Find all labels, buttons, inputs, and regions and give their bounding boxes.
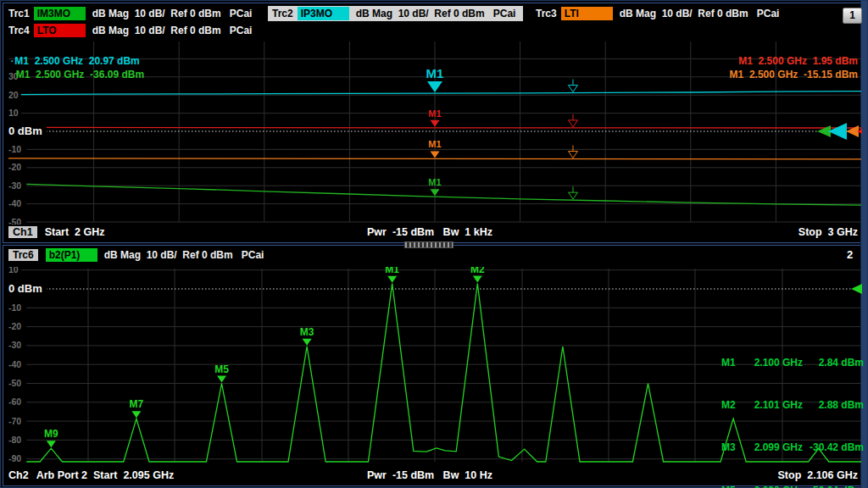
y-tick-label: -60 [8, 396, 21, 407]
y-tick-label: -10 [8, 302, 21, 313]
power-bandwidth-label: Pwr -15 dBm Bw 1 kHz [367, 226, 492, 238]
trace-header-trc4[interactable]: Trc4 LTO dB Mag 10 dB/ Ref 0 dBm PCai [8, 23, 252, 38]
y-tick-label: -30 [8, 180, 21, 191]
marker-symbol [387, 276, 397, 283]
marker-label: M3 [300, 326, 314, 338]
ref-level-arrow [851, 283, 862, 295]
window-2-number[interactable]: 2 [847, 248, 853, 261]
y-tick-label: -20 [8, 162, 21, 172]
sweep-stop-label: Stop 2.106 GHz [778, 469, 858, 481]
y-tick-label: -10 [8, 144, 21, 154]
marker-table-row: M52.098 GHz-50.04 dBm [721, 484, 864, 488]
marker-symbol [303, 339, 312, 346]
y-tick-label: 10 [8, 108, 19, 118]
marker-label: M1 [428, 177, 441, 187]
trace-name: Trc3 [536, 8, 557, 19]
ch2-footer-right: Stop 2.106 GHz [778, 467, 858, 484]
marker-label: M2 [470, 267, 485, 275]
marker-table-row: M22.101 GHz2.88 dBm [721, 398, 864, 413]
ref-level-label: 0 dBm [8, 282, 42, 295]
trace-name: Trc4 [8, 25, 30, 36]
marker-label: M1 [428, 108, 441, 119]
trace-meas-label: IM3MO [34, 7, 86, 20]
trace-trc3-lti [8, 158, 861, 159]
marker-symbol [473, 276, 482, 283]
trace-settings: dB Mag 10 dB/ Ref 0 dBm PCai [92, 8, 253, 19]
marker-readout-im3mo: M1 2.500 GHz -36.09 dBm [10, 57, 144, 80]
trace-header-trc1[interactable]: Trc1 IM3MO dB Mag 10 dB/ Ref 0 dBm PCai [8, 6, 252, 21]
marker-label: M1 [385, 267, 399, 275]
y-tick-label: -30 [8, 340, 21, 350]
marker-symbol [431, 120, 440, 127]
marker-symbol [131, 411, 141, 418]
y-tick-label: 20 [8, 90, 19, 100]
marker-label: M7 [130, 398, 144, 410]
aux-marker-symbol [568, 186, 577, 199]
trace-meas-label: LTI [561, 7, 613, 20]
y-tick-label: -70 [8, 416, 21, 426]
trace-trc4-lto [8, 127, 861, 128]
trace-settings: dB Mag 10 dB/ Ref 0 dBm PCai [620, 8, 780, 19]
ch1-footer-right: Stop 3 GHz [798, 224, 858, 241]
marker-symbol [217, 376, 226, 383]
ref-level-label: 0 dBm [8, 125, 42, 137]
marker-label: M9 [44, 428, 58, 440]
y-tick-label: -40 [8, 359, 21, 369]
y-tick-label: -90 [8, 453, 21, 463]
ch1-footer-center: Pwr -15 dBm Bw 1 kHz [0, 224, 860, 241]
trace-settings: dB Mag 10 dB/ Ref 0 dBm PCai [92, 25, 253, 36]
trace-name: Trc1 [8, 8, 30, 19]
marker-table-row: M32.099 GHz-30.42 dBm [721, 441, 864, 455]
trace-name: Trc2 [272, 8, 293, 19]
trace-settings: dB Mag 10 dB/ Ref 0 dBm PCai [356, 8, 516, 19]
y-tick-label: 10 [8, 267, 19, 274]
window-1-number-button[interactable]: 1 [843, 8, 862, 24]
trace-settings: dB Mag 10 dB/ Ref 0 dBm PCai [104, 249, 264, 261]
sweep-stop-label: Stop 3 GHz [798, 226, 858, 238]
trace-meas-label: b2(P1) [46, 248, 97, 262]
trace-meas-label: IP3MO [298, 7, 349, 20]
trace-header-trc6[interactable]: Trc6 b2(P1) dB Mag 10 dB/ Ref 0 dBm PCai [8, 247, 264, 263]
marker-table: M12.100 GHz2.84 dBm M22.101 GHz2.88 dBm … [721, 327, 864, 488]
power-bandwidth-label: Pwr -15 dBm Bw 10 Hz [367, 469, 492, 481]
trace-meas-label: LTO [34, 24, 86, 37]
aux-marker-symbol [568, 146, 577, 158]
marker-table-row: M12.100 GHz2.84 dBm [721, 356, 864, 370]
ref-level-arrow [828, 123, 847, 140]
marker-symbol [427, 81, 442, 92]
ch2-footer-center: Pwr -15 dBm Bw 10 Hz [0, 467, 860, 484]
trace-header-trc3[interactable]: Trc3 LTI dB Mag 10 dB/ Ref 0 dBm PCai [536, 6, 779, 21]
marker-symbol [47, 441, 56, 447]
y-tick-label: -20 [8, 321, 21, 331]
aux-marker-symbol [568, 80, 577, 92]
marker-label: M1 [426, 66, 444, 80]
marker-label: M1 [428, 139, 441, 149]
trace-header-trc2-selected[interactable]: Trc2 IP3MO dB Mag 10 dB/ Ref 0 dBm PCai [268, 6, 523, 21]
y-tick-label: -40 [8, 198, 21, 208]
y-tick-label: -80 [8, 435, 21, 445]
y-tick-label: -50 [8, 378, 21, 388]
marker-symbol [431, 151, 440, 158]
ref-level-arrow [846, 125, 859, 137]
trace-name: Trc6 [8, 249, 38, 261]
aux-marker-symbol [568, 114, 577, 127]
marker-symbol [431, 189, 440, 196]
marker-readout-lti: M1 2.500 GHz -15.15 dBm [724, 57, 858, 80]
marker-label: M5 [214, 363, 229, 375]
window-splitter-grip[interactable] [404, 241, 453, 248]
